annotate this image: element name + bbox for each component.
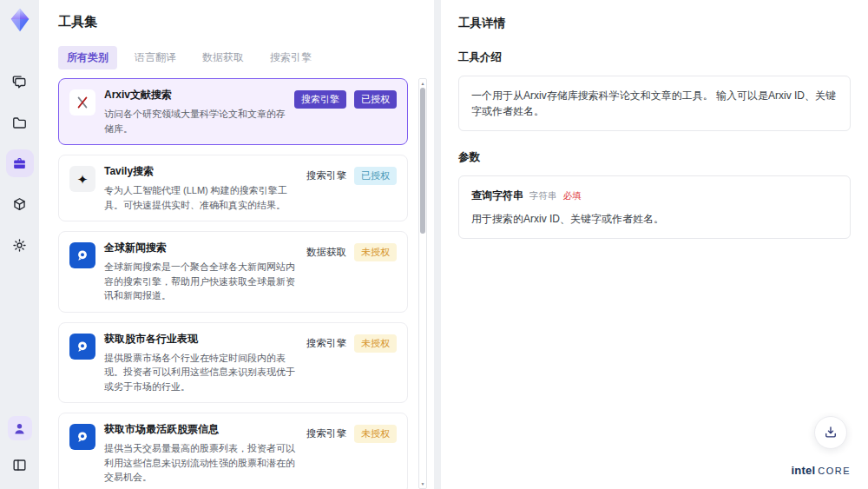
sidebar-item-chat[interactable] [6, 68, 34, 96]
param-required-badge: 必填 [563, 189, 582, 203]
user-icon [11, 420, 28, 437]
auth-status-badge: 已授权 [354, 90, 397, 109]
tool-description: 提供股票市场各个行业在特定时间段内的表现。投资者可以利用这些信息来识别表现优于或… [104, 351, 298, 394]
tool-description: 专为人工智能代理 (LLM) 构建的搜索引擎工具。可快速提供实时、准确和真实的结… [104, 183, 298, 212]
news-search-logo-icon [69, 242, 95, 268]
tab-language-translation[interactable]: 语言翻译 [126, 46, 185, 69]
briefcase-icon [11, 155, 28, 172]
intel-wordmark: intel [791, 464, 815, 477]
sidebar-bottom [6, 416, 34, 479]
tool-card-tavily[interactable]: ✦ Tavily搜索 专为人工智能代理 (LLM) 构建的搜索引擎工具。可快速提… [58, 155, 408, 221]
tool-card-sector-performance[interactable]: 获取股市各行业表现 提供股票市场各个行业在特定时间段内的表现。投资者可以利用这些… [58, 322, 408, 404]
intro-heading: 工具介绍 [458, 50, 851, 65]
panel-divider [434, 0, 441, 489]
category-label: 搜索引擎 [306, 427, 346, 440]
tool-title: 全球新闻搜索 [104, 241, 298, 255]
panel-layout-icon [11, 457, 28, 473]
param-name: 查询字符串 [471, 188, 523, 203]
sidebar-item-account[interactable] [8, 416, 32, 440]
core-wordmark: CORE [818, 466, 851, 476]
tab-search-engine[interactable]: 搜索引擎 [261, 46, 320, 69]
sidebar-item-files[interactable] [6, 109, 34, 136]
list-scrollbar[interactable]: ▲ ▼ [418, 78, 427, 489]
tool-card-active-stocks[interactable]: 获取市场最活跃股票信息 提供当天交易量最高的股票列表，投资者可以利用这些信息来识… [58, 413, 408, 489]
category-tabs: 所有类别 语言翻译 数据获取 搜索引擎 [58, 46, 434, 69]
tool-description: 全球新闻搜索是一个聚合全球各大新闻网站内容的搜索引擎，帮助用户快速获取全球最新资… [104, 260, 298, 303]
sidebar-item-models[interactable] [6, 190, 34, 218]
category-label: 数据获取 [306, 246, 346, 259]
gear-icon [11, 237, 28, 254]
category-label: 搜索引擎 [306, 337, 346, 350]
tab-data-fetch[interactable]: 数据获取 [194, 46, 253, 69]
scroll-up-arrow[interactable]: ▲ [421, 81, 425, 86]
detail-title: 工具详情 [458, 16, 851, 31]
tool-list-panel: 工具集 所有类别 语言翻译 数据获取 搜索引擎 Arxiv文献搜索 访问各个研究… [39, 0, 434, 489]
tool-intro-box: 一个用于从Arxiv存储库搜索科学论文和文章的工具。 输入可以是Arxiv ID… [458, 76, 851, 131]
sidebar-item-tools[interactable] [6, 149, 34, 177]
tool-description: 访问各个研究领域大量科学论文和文章的存储库。 [104, 107, 286, 135]
tab-all-categories[interactable]: 所有类别 [58, 46, 117, 69]
param-box: 查询字符串 字符串 必填 用于搜索的Arxiv ID、关键字或作者姓名。 [458, 175, 851, 239]
sidebar-nav [6, 68, 34, 259]
category-label: 搜索引擎 [306, 169, 346, 182]
cube-icon [11, 196, 28, 213]
tool-description: 提供当天交易量最高的股票列表，投资者可以利用这些信息来识别流动性强的股票和潜在的… [104, 441, 298, 485]
folder-icon [11, 115, 28, 131]
auth-status-badge: 未授权 [354, 425, 397, 443]
sidebar-item-settings[interactable] [6, 231, 34, 259]
sidebar-item-collapse[interactable] [6, 451, 34, 479]
tool-title: 获取市场最活跃股票信息 [104, 422, 298, 437]
app-logo[interactable] [7, 7, 33, 33]
tavily-logo-icon: ✦ [69, 166, 95, 192]
arxiv-logo-icon [69, 89, 95, 116]
param-type: 字符串 [529, 189, 557, 203]
market-tool-logo-icon [69, 334, 95, 360]
param-description: 用于搜索的Arxiv ID、关键字或作者姓名。 [471, 211, 838, 227]
auth-status-badge: 未授权 [354, 334, 397, 353]
tool-detail-panel: 工具详情 工具介绍 一个用于从Arxiv存储库搜索科学论文和文章的工具。 输入可… [441, 0, 868, 489]
tool-card-global-news[interactable]: 全球新闻搜索 全球新闻搜索是一个聚合全球各大新闻网站内容的搜索引擎，帮助用户快速… [58, 231, 408, 313]
market-tool-logo-icon [69, 424, 95, 450]
intel-core-logo: intel CORE [791, 464, 851, 477]
tool-title: Tavily搜索 [104, 164, 298, 179]
download-icon [823, 425, 838, 440]
category-badge: 搜索引擎 [294, 90, 346, 109]
page-title: 工具集 [58, 14, 434, 30]
tool-title: 获取股市各行业表现 [104, 332, 298, 347]
scrollbar-thumb[interactable] [420, 88, 425, 234]
tool-title: Arxiv文献搜索 [104, 88, 286, 102]
tool-card-arxiv[interactable]: Arxiv文献搜索 访问各个研究领域大量科学论文和文章的存储库。 搜索引擎 已授… [58, 78, 408, 145]
download-button[interactable] [814, 416, 847, 449]
chat-icon [11, 74, 28, 90]
auth-status-badge: 已授权 [354, 167, 397, 185]
tool-card-list: Arxiv文献搜索 访问各个研究领域大量科学论文和文章的存储库。 搜索引擎 已授… [58, 78, 434, 489]
scroll-down-arrow[interactable]: ▼ [421, 481, 425, 486]
auth-status-badge: 未授权 [354, 243, 397, 261]
params-heading: 参数 [458, 150, 851, 165]
left-sidebar [0, 0, 39, 489]
